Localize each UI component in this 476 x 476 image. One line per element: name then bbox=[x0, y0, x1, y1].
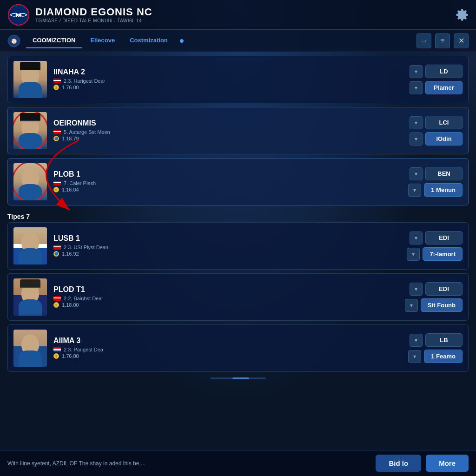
player-name-p1: IINAHA 2 bbox=[53, 68, 410, 76]
flag-us-p5 bbox=[53, 296, 61, 301]
player-face-p5 bbox=[13, 278, 47, 316]
player-card-p1: IINAHA 2 2.3. Harigest Dear $ 1.76.00 ▾ … bbox=[7, 56, 469, 103]
player-info-p4: LUSB 1 2.3. USt Plyst Dean 🔵 1.16.92 bbox=[53, 234, 407, 258]
player-info-p3: PLOB 1 7. Caler Plesh $ 1.16.04 bbox=[53, 170, 408, 193]
dropdown-btn1-p3[interactable]: ▾ bbox=[410, 167, 423, 180]
dropdown-btn1-p1[interactable]: ▾ bbox=[410, 65, 423, 78]
tab-bar: ⚾ COOMIZCTION Eilecove Costmization → ≡ … bbox=[0, 30, 476, 52]
action-btn1-p4[interactable]: EDI bbox=[425, 231, 463, 245]
player-name-p5: PLOD T1 bbox=[53, 285, 405, 294]
app-header: NI DIAMOND EGONIS NC TGMIASE / DIEED TAL… bbox=[0, 0, 476, 30]
player-detail1-p3: 7. Caler Plesh bbox=[53, 180, 408, 186]
player-detail2-text-p3: 1.16.04 bbox=[62, 187, 79, 192]
tab-menu-button[interactable]: ≡ bbox=[435, 33, 450, 48]
player-detail1-text-p5: 2.2. Bainbst Dear bbox=[64, 296, 103, 301]
player-actions-p3: ▾ BEN ▾ 1 Menun bbox=[408, 167, 463, 197]
player-detail2-text-p5: 1.18.00 bbox=[62, 302, 79, 308]
dropdown-btn1-p2[interactable]: ▾ bbox=[410, 116, 423, 129]
player-detail1-p1: 2.3. Harigest Dear bbox=[53, 78, 410, 84]
header-title-block: DIAMOND EGONIS NC TGMIASE / DIEED TALE M… bbox=[35, 6, 456, 23]
dropdown-btn2-p4[interactable]: ▾ bbox=[407, 248, 420, 261]
action-row1-p2: ▾ LCI bbox=[410, 116, 463, 129]
player-detail1-text-p6: 2.3. Parigest Dea bbox=[64, 347, 103, 352]
tab-arrow-button[interactable]: → bbox=[416, 33, 431, 48]
flag-us-p4 bbox=[53, 245, 61, 250]
player-avatar-p2 bbox=[13, 112, 47, 149]
svg-text:NI: NI bbox=[16, 12, 21, 19]
player-info-p1: IINAHA 2 2.3. Harigest Dear $ 1.76.00 bbox=[53, 68, 410, 91]
player-card-p3: PLOB 1 7. Caler Plesh $ 1.16.04 ▾ BEN ▾ … bbox=[7, 158, 469, 205]
bid-button[interactable]: Bid lo bbox=[376, 455, 421, 472]
player-detail1-p5: 2.2. Bainbst Dear bbox=[53, 296, 405, 301]
app-logo: NI bbox=[7, 4, 30, 26]
tab-costmization[interactable]: Costmization bbox=[123, 33, 174, 48]
player-detail2-p1: $ 1.76.00 bbox=[53, 85, 410, 90]
player-card-p4: LUSB 1 2.3. USt Plyst Dean 🔵 1.16.92 ▾ E… bbox=[7, 222, 469, 270]
action-row1-p4: ▾ EDI bbox=[410, 231, 463, 245]
player-avatar-p3 bbox=[13, 163, 47, 200]
tab-close-button[interactable]: ✕ bbox=[454, 33, 469, 48]
player-detail2-p5: $ 1.18.00 bbox=[53, 302, 405, 308]
player-actions-p4: ▾ EDI ▾ 7:-Iamort bbox=[407, 231, 463, 261]
action-btn2-p6[interactable]: 1 Feamo bbox=[424, 350, 463, 363]
action-row2-p1: ▾ Plamer bbox=[410, 81, 463, 94]
player-info-p6: AIIMA 3 2.3. Parigest Dea $ 1.76.00 bbox=[53, 337, 408, 360]
dropdown-btn1-p4[interactable]: ▾ bbox=[410, 231, 423, 245]
player-info-p2: OEIRONMIS 5. Autarge Sst Meen 🔵 1.18.79 bbox=[53, 119, 410, 142]
action-btn2-p3[interactable]: 1 Menun bbox=[424, 183, 463, 197]
coin-icon-p6: $ bbox=[53, 353, 59, 359]
player-card-p6: AIIMA 3 2.3. Parigest Dea $ 1.76.00 ▾ LB… bbox=[7, 324, 469, 372]
action-btn2-p2[interactable]: IOdin bbox=[425, 132, 463, 145]
player-face-p2 bbox=[13, 112, 47, 149]
player-actions-p5: ▾ EDI ▾ Sit Founb bbox=[405, 282, 463, 312]
scroll-track bbox=[210, 377, 266, 379]
player-hat-p2 bbox=[20, 113, 40, 121]
coin-icon-p5: $ bbox=[53, 302, 59, 308]
action-row2-p6: ▾ 1 Feamo bbox=[408, 350, 463, 363]
player-face-p6 bbox=[13, 330, 47, 367]
player-detail1-text-p2: 5. Autarge Sst Meen bbox=[64, 129, 110, 135]
action-btn1-p3[interactable]: BEN bbox=[425, 167, 463, 180]
player-avatar-p5 bbox=[13, 278, 47, 316]
player-info-p5: PLOD T1 2.2. Bainbst Dear $ 1.18.00 bbox=[53, 285, 405, 309]
action-btn1-p2[interactable]: LCI bbox=[425, 116, 463, 129]
dropdown-btn1-p5[interactable]: ▾ bbox=[410, 283, 423, 296]
tab-coomizction[interactable]: COOMIZCTION bbox=[26, 33, 82, 48]
bottom-bar: With liine syetent, AZDIL OF The shay in… bbox=[0, 450, 476, 476]
action-btn2-p5[interactable]: Sit Founb bbox=[421, 298, 463, 312]
player-detail2-p2: 🔵 1.18.79 bbox=[53, 136, 410, 141]
action-row1-p6: ▾ LB bbox=[410, 333, 463, 347]
player-hat-p5 bbox=[20, 279, 40, 288]
action-row1-p5: ▾ EDI bbox=[410, 282, 463, 296]
tab-bar-icon: ⚾ bbox=[7, 34, 20, 47]
action-btn1-p1[interactable]: LD bbox=[425, 65, 463, 78]
action-row2-p5: ▾ Sit Founb bbox=[405, 298, 463, 312]
action-btn2-p4[interactable]: 7:-Iamort bbox=[423, 247, 463, 261]
dropdown-btn2-p3[interactable]: ▾ bbox=[408, 184, 421, 197]
flag-us-p1 bbox=[53, 79, 61, 83]
dropdown-btn2-p6[interactable]: ▾ bbox=[408, 350, 421, 363]
player-detail1-p4: 2.3. USt Plyst Dean bbox=[53, 245, 407, 250]
settings-icon[interactable] bbox=[456, 8, 469, 21]
player-detail1-text-p1: 2.3. Harigest Dear bbox=[64, 78, 105, 84]
dropdown-btn2-p1[interactable]: ▾ bbox=[410, 81, 423, 94]
player-detail2-text-p6: 1.76.00 bbox=[62, 353, 79, 359]
tab-dot bbox=[180, 39, 184, 43]
action-btn1-p6[interactable]: LB bbox=[425, 333, 463, 347]
player-card-p2: OEIRONMIS 5. Autarge Sst Meen 🔵 1.18.79 … bbox=[7, 107, 469, 154]
tab-eilecove[interactable]: Eilecove bbox=[84, 33, 121, 48]
dropdown-btn2-p2[interactable]: ▾ bbox=[410, 132, 423, 145]
player-name-p3: PLOB 1 bbox=[53, 170, 408, 178]
flag-us-p2 bbox=[53, 130, 61, 134]
dropdown-btn2-p5[interactable]: ▾ bbox=[405, 299, 418, 312]
action-btn2-p1[interactable]: Plamer bbox=[425, 81, 463, 94]
scroll-thumb bbox=[232, 377, 249, 379]
action-btn1-p5[interactable]: EDI bbox=[425, 282, 463, 296]
player-avatar-p1 bbox=[13, 61, 47, 98]
flag-nl-p6 bbox=[53, 347, 61, 352]
player-avatar-p4 bbox=[13, 227, 47, 264]
main-content: IINAHA 2 2.3. Harigest Dear $ 1.76.00 ▾ … bbox=[0, 52, 476, 450]
app-subtitle: TGMIASE / DIEED TALE MONUI6 - TAWI6L 14 bbox=[35, 18, 456, 23]
more-button[interactable]: More bbox=[426, 455, 469, 472]
dropdown-btn1-p6[interactable]: ▾ bbox=[410, 334, 423, 347]
